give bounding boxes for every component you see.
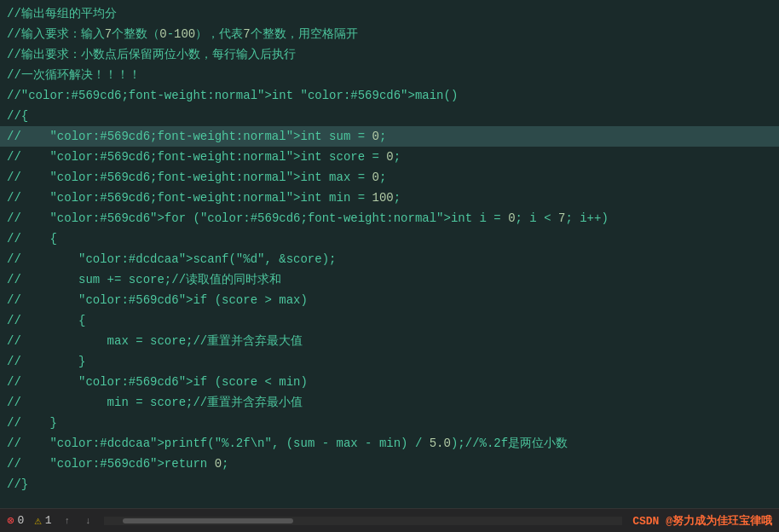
line-text: // max = score;//重置并含弃最大值: [7, 332, 772, 350]
line-text: // sum += score;//读取值的同时求和: [7, 270, 772, 289]
code-line: // max = score;//重置并含弃最大值: [0, 331, 779, 351]
code-line: //输出要求：小数点后保留两位小数，每行输入后执行: [0, 44, 779, 65]
status-bar: ⊗ 0 ⚠ 1 ↑ ↓ CSDN @努力成为佳玨宝律哦: [0, 508, 779, 532]
warning-count[interactable]: ⚠ 1: [34, 513, 51, 528]
line-text: // "color:#569cd6;font-weight:normal">in…: [7, 188, 772, 207]
code-line: // {: [0, 228, 779, 249]
line-text: // {: [7, 311, 772, 330]
line-text: //输入要求：输入7个整数（0-100），代表7个整数，用空格隔开: [7, 25, 772, 43]
line-text: // "color:#dcdcaa">scanf("%d", &score);: [7, 250, 772, 269]
line-text: // "color:#569cd6">if (score < min): [7, 373, 772, 391]
error-count[interactable]: ⊗ 0: [7, 513, 24, 528]
warning-icon: ⚠: [34, 513, 41, 528]
code-line: //一次循环解决！！！！: [0, 65, 779, 85]
code-line: //输入要求：输入7个整数（0-100），代表7个整数，用空格隔开: [0, 24, 779, 44]
code-line: // "color:#dcdcaa">scanf("%d", &score);: [0, 249, 779, 269]
warning-number: 1: [45, 514, 52, 527]
line-text: // "color:#569cd6">if (score > max): [7, 291, 772, 309]
code-line: //}: [0, 474, 779, 494]
scrollbar-thumb[interactable]: [123, 518, 293, 523]
line-text: // "color:#569cd6">return 0;: [7, 454, 772, 473]
code-line: // "color:#569cd6">if (score < min): [0, 372, 779, 392]
code-container: //输出每组的平均分//输入要求：输入7个整数（0-100），代表7个整数，用空…: [0, 0, 779, 508]
error-number: 0: [17, 514, 24, 527]
line-text: //一次循环解决！！！！: [7, 66, 772, 84]
line-text: //{: [7, 107, 772, 125]
status-right: CSDN @努力成为佳玨宝律哦: [632, 513, 772, 529]
code-line: // min = score;//重置并含弃最小值: [0, 392, 779, 413]
up-icon[interactable]: ↑: [62, 516, 73, 526]
line-text: //}: [7, 475, 772, 494]
code-line: // "color:#dcdcaa">printf("%.2f\n", (sum…: [0, 433, 779, 454]
line-text: // {: [7, 229, 772, 248]
code-line: // sum += score;//读取值的同时求和: [0, 269, 779, 290]
line-text: // "color:#569cd6">for ("color:#569cd6;f…: [7, 209, 772, 228]
down-icon[interactable]: ↓: [83, 516, 94, 526]
line-text: // }: [7, 352, 772, 371]
line-text: //"color:#569cd6;font-weight:normal">int…: [7, 86, 772, 105]
code-line: //{: [0, 106, 779, 126]
csdn-watermark: CSDN @努力成为佳玨宝律哦: [632, 513, 772, 529]
line-text: //输出每组的平均分: [7, 4, 772, 23]
line-text: // min = score;//重置并含弃最小值: [7, 393, 772, 412]
code-line: //输出每组的平均分: [0, 3, 779, 24]
scrollbar-horizontal[interactable]: [104, 517, 622, 525]
code-line: // "color:#569cd6">if (score > max): [0, 290, 779, 310]
editor-area: //输出每组的平均分//输入要求：输入7个整数（0-100），代表7个整数，用空…: [0, 0, 779, 508]
arrow-down[interactable]: ↓: [83, 516, 94, 526]
code-line: // "color:#569cd6;font-weight:normal">in…: [0, 167, 779, 188]
line-text: // "color:#569cd6;font-weight:normal">in…: [7, 127, 772, 146]
code-line: // "color:#569cd6;font-weight:normal">in…: [0, 126, 779, 147]
line-text: // "color:#569cd6;font-weight:normal">in…: [7, 168, 772, 187]
arrow-up[interactable]: ↑: [62, 516, 73, 526]
code-line: // }: [0, 351, 779, 372]
code-line: // "color:#569cd6">for ("color:#569cd6;f…: [0, 208, 779, 228]
line-text: // "color:#dcdcaa">printf("%.2f\n", (sum…: [7, 434, 772, 453]
error-icon: ⊗: [7, 513, 14, 528]
code-line: // {: [0, 310, 779, 331]
code-line: // "color:#569cd6">return 0;: [0, 454, 779, 474]
line-text: // "color:#569cd6;font-weight:normal">in…: [7, 147, 772, 166]
code-line: //"color:#569cd6;font-weight:normal">int…: [0, 85, 779, 106]
code-line: // }: [0, 413, 779, 433]
code-line: // "color:#569cd6;font-weight:normal">in…: [0, 188, 779, 208]
line-text: // }: [7, 413, 772, 432]
code-line: // "color:#569cd6;font-weight:normal">in…: [0, 147, 779, 167]
line-text: //输出要求：小数点后保留两位小数，每行输入后执行: [7, 45, 772, 64]
